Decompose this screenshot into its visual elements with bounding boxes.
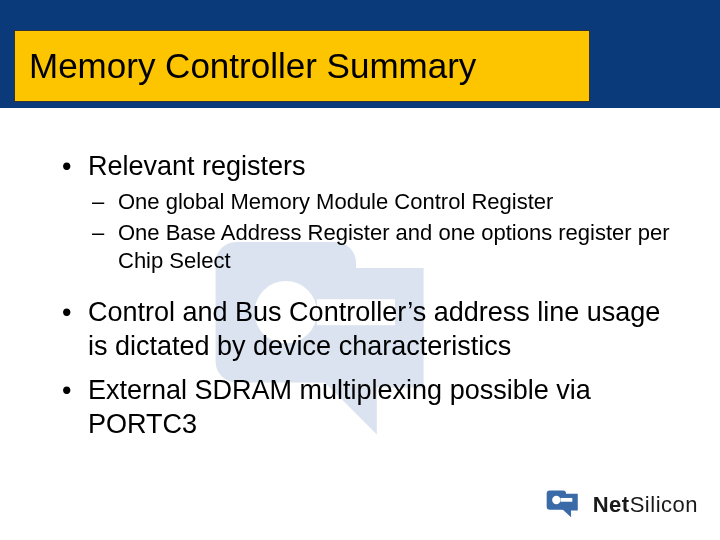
bullet-text: Control and Bus Controller’s address lin…	[88, 297, 660, 361]
content-area: Relevant registers One global Memory Mod…	[62, 140, 680, 441]
svg-point-4	[552, 496, 560, 504]
slide: Memory Controller Summary Relevant regis…	[0, 0, 720, 540]
slide-title: Memory Controller Summary	[29, 46, 476, 86]
brand-light: Silicon	[630, 492, 698, 517]
bullet-text: Relevant registers	[88, 151, 306, 181]
netsilicon-glyph-icon	[545, 486, 587, 524]
bullet-subitem: One global Memory Module Control Registe…	[92, 188, 680, 216]
bullet-subitem: One Base Address Register and one option…	[92, 219, 680, 274]
spacer	[62, 274, 680, 286]
title-box: Memory Controller Summary	[14, 30, 590, 102]
bullet-text: One global Memory Module Control Registe…	[118, 189, 553, 214]
brand-bold: Net	[593, 492, 630, 517]
brand-name: NetSilicon	[593, 492, 698, 518]
bullet-text: One Base Address Register and one option…	[118, 220, 670, 273]
bullet-item: External SDRAM multiplexing possible via…	[62, 374, 680, 442]
bullet-item: Control and Bus Controller’s address lin…	[62, 296, 680, 364]
svg-rect-5	[560, 498, 572, 502]
footer-logo: NetSilicon	[545, 486, 698, 524]
bullet-text: External SDRAM multiplexing possible via…	[88, 375, 591, 439]
bullet-item: Relevant registers	[62, 150, 680, 184]
